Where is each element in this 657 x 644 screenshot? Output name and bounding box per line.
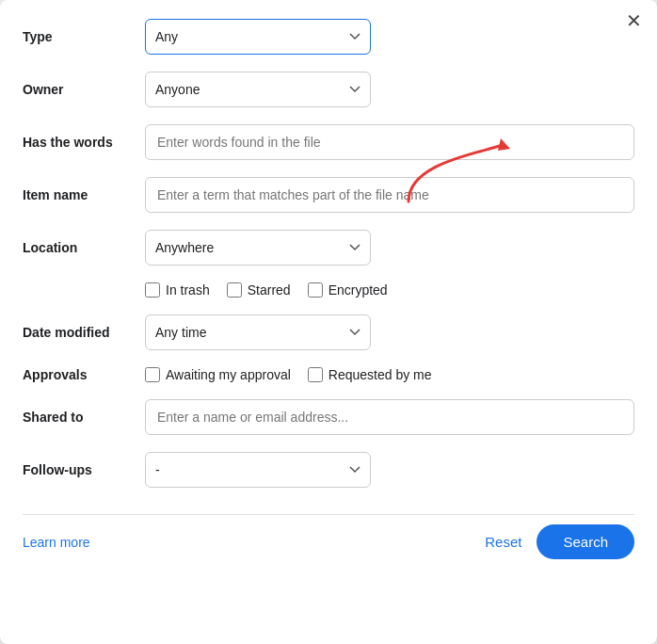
in-trash-checkbox-item[interactable]: In trash: [145, 282, 210, 298]
location-row: Location Anywhere My Drive Shared with m…: [23, 230, 634, 266]
date-modified-row: Date modified Any time Today Last 7 days…: [23, 314, 634, 350]
approvals-checkboxes: Awaiting my approval Requested by me: [145, 367, 634, 382]
encrypted-label: Encrypted: [328, 282, 388, 298]
approvals-row: Approvals Awaiting my approval Requested…: [23, 367, 634, 382]
shared-to-control: [145, 399, 634, 435]
learn-more-link[interactable]: Learn more: [23, 535, 90, 550]
type-label: Type: [23, 29, 145, 44]
search-dialog: ✕ Type Any Documents Spreadsheets Presen…: [0, 0, 657, 644]
follow-ups-row: Follow-ups - Assigned to me Assigned by …: [23, 452, 634, 488]
location-select[interactable]: Anywhere My Drive Shared with me Starred…: [145, 230, 371, 266]
shared-to-label: Shared to: [23, 410, 145, 425]
has-words-row: Has the words: [23, 124, 634, 160]
owner-select[interactable]: Anyone Owned by me Not owned by me Owned…: [145, 72, 371, 107]
shared-to-input[interactable]: [145, 399, 634, 435]
encrypted-checkbox[interactable]: [308, 282, 323, 298]
item-name-label: Item name: [23, 187, 145, 202]
requested-by-me-checkbox[interactable]: [308, 367, 323, 382]
type-row: Type Any Documents Spreadsheets Presenta…: [23, 19, 634, 55]
requested-by-me-label: Requested by me: [328, 367, 432, 382]
in-trash-checkbox[interactable]: [145, 282, 160, 298]
encrypted-checkbox-item[interactable]: Encrypted: [308, 282, 388, 298]
location-label: Location: [23, 240, 145, 255]
date-modified-control: Any time Today Last 7 days Last 30 days …: [145, 314, 634, 350]
search-button[interactable]: Search: [537, 524, 634, 559]
awaiting-approval-checkbox[interactable]: [145, 367, 160, 382]
reset-button[interactable]: Reset: [485, 534, 521, 550]
item-name-input[interactable]: [145, 177, 634, 213]
approvals-label: Approvals: [23, 367, 145, 382]
date-modified-select[interactable]: Any time Today Last 7 days Last 30 days …: [145, 314, 371, 350]
follow-ups-label: Follow-ups: [23, 462, 145, 477]
awaiting-approval-label: Awaiting my approval: [166, 367, 291, 382]
footer-actions: Reset Search: [485, 524, 634, 559]
awaiting-approval-checkbox-item[interactable]: Awaiting my approval: [145, 367, 291, 382]
shared-to-row: Shared to: [23, 399, 634, 435]
type-control: Any Documents Spreadsheets Presentations…: [145, 19, 634, 55]
in-trash-label: In trash: [166, 282, 210, 298]
location-checkboxes: In trash Starred Encrypted: [145, 282, 634, 298]
has-words-control: [145, 124, 634, 160]
has-words-label: Has the words: [23, 135, 145, 150]
item-name-row: Item name: [23, 177, 634, 213]
starred-label: Starred: [248, 282, 291, 298]
type-select[interactable]: Any Documents Spreadsheets Presentations…: [145, 19, 371, 55]
follow-ups-select[interactable]: - Assigned to me Assigned by me: [145, 452, 371, 488]
requested-by-me-checkbox-item[interactable]: Requested by me: [308, 367, 432, 382]
owner-row: Owner Anyone Owned by me Not owned by me…: [23, 72, 634, 107]
starred-checkbox[interactable]: [227, 282, 242, 298]
close-button[interactable]: ✕: [626, 11, 642, 30]
location-control: Anywhere My Drive Shared with me Starred…: [145, 230, 634, 266]
dialog-footer: Learn more Reset Search: [23, 514, 634, 559]
follow-ups-control: - Assigned to me Assigned by me: [145, 452, 634, 488]
starred-checkbox-item[interactable]: Starred: [227, 282, 291, 298]
has-words-input[interactable]: [145, 124, 634, 160]
owner-label: Owner: [23, 82, 145, 97]
approvals-control: Awaiting my approval Requested by me: [145, 367, 634, 382]
date-modified-label: Date modified: [23, 325, 145, 340]
owner-control: Anyone Owned by me Not owned by me Owned…: [145, 72, 634, 107]
item-name-control: [145, 177, 634, 213]
